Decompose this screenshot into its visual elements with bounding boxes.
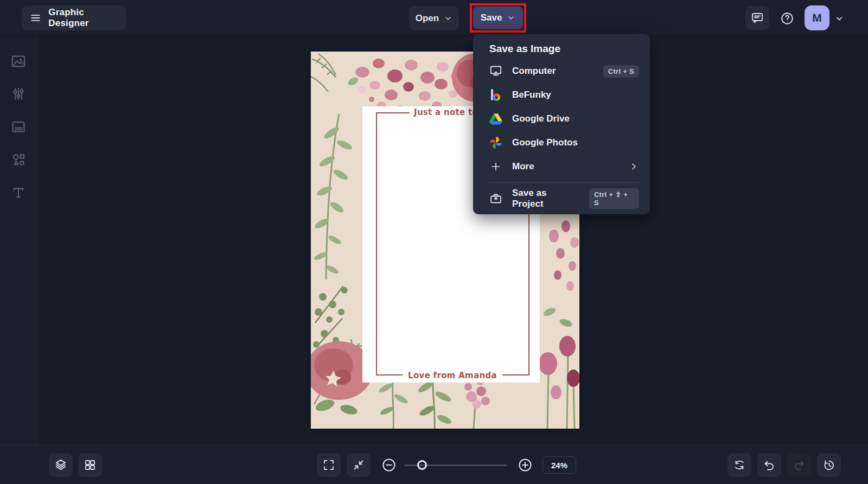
menu-item-label: Save as Project (512, 188, 579, 209)
submenu-chevron-right-icon (628, 161, 639, 172)
redo-button[interactable] (787, 453, 811, 477)
account-avatar[interactable]: M (805, 5, 829, 30)
menu-item-google-photos[interactable]: Google Photos (489, 131, 639, 155)
sidebar-item-graphics[interactable] (9, 150, 28, 169)
computer-icon (489, 65, 502, 78)
top-toolbar: Graphic Designer Open Save M (0, 0, 868, 36)
history-icon (822, 458, 835, 472)
sliders-icon (11, 86, 26, 101)
grid-icon (84, 458, 97, 472)
redo-icon (793, 458, 806, 472)
sidebar-item-text[interactable] (9, 183, 28, 202)
save-button-label: Save (481, 12, 502, 23)
layers-button[interactable] (49, 453, 73, 477)
shortcut-badge: Ctrl + ⇧ + S (589, 188, 639, 209)
menu-item-google-drive[interactable]: Google Drive (489, 107, 639, 131)
card-signature-text[interactable]: Love from Amanda (403, 371, 502, 380)
help-icon (780, 11, 794, 26)
save-menu-header: Save as Image (489, 42, 639, 56)
undo-icon (763, 458, 776, 472)
history-button[interactable] (817, 453, 841, 477)
text-icon (11, 185, 26, 200)
menu-item-label: Google Drive (512, 113, 570, 124)
menu-item-label: Computer (512, 66, 556, 77)
zoom-level-value: 24% (551, 461, 567, 470)
app-window: Just a note to say... Love from Amanda G… (0, 0, 868, 484)
menu-item-more[interactable]: More (489, 155, 639, 179)
shapes-icon (11, 152, 26, 167)
chevron-down-icon (507, 14, 515, 22)
save-dropdown-menu: Save as Image Computer Ctrl + S BeFunky (473, 34, 650, 214)
menu-item-label: BeFunky (512, 90, 551, 100)
menu-divider (489, 182, 639, 183)
menu-item-computer[interactable]: Computer Ctrl + S (489, 59, 639, 83)
open-button[interactable]: Open (409, 6, 459, 30)
sidebar-item-image-manager[interactable] (9, 52, 28, 71)
fit-to-screen-button[interactable] (347, 453, 371, 477)
google-photos-icon (489, 136, 502, 149)
sidebar-item-edit[interactable] (9, 84, 28, 104)
zoom-level-indicator[interactable]: 24% (542, 456, 576, 474)
google-drive-icon (489, 112, 502, 125)
menu-item-label: More (512, 161, 534, 172)
hamburger-menu-icon (30, 12, 41, 24)
zoom-in-button[interactable] (518, 457, 533, 473)
refresh-icon (733, 458, 746, 472)
shortcut-badge: Ctrl + S (603, 65, 639, 78)
fit-to-screen-icon (352, 458, 365, 472)
app-title: Graphic Designer (48, 7, 117, 29)
menu-item-label: Google Photos (512, 137, 578, 148)
plus-icon (489, 160, 502, 173)
zoom-out-button[interactable] (381, 457, 397, 473)
zoom-slider-handle[interactable] (417, 460, 427, 470)
layers-icon (54, 458, 68, 472)
feedback-chat-icon (751, 11, 764, 24)
chevron-down-icon (444, 14, 452, 23)
menu-item-save-as-project[interactable]: Save as Project Ctrl + ⇧ + S (489, 187, 639, 211)
layout-banner-icon (11, 119, 26, 135)
fullscreen-button[interactable] (317, 453, 341, 477)
main-menu-button[interactable]: Graphic Designer (22, 5, 126, 30)
avatar-initial: M (812, 11, 822, 24)
sidebar-item-templates[interactable] (9, 117, 28, 137)
open-button-label: Open (416, 13, 439, 24)
menu-item-befunky[interactable]: BeFunky (489, 83, 639, 107)
account-chevron-down-icon[interactable] (833, 12, 845, 24)
briefcase-icon (489, 192, 502, 205)
save-button[interactable]: Save (473, 7, 523, 29)
tools-sidebar (0, 36, 37, 484)
bottom-toolbar: 24% (0, 445, 868, 484)
undo-button[interactable] (757, 453, 781, 477)
help-button[interactable] (775, 6, 800, 30)
pages-grid-button[interactable] (78, 453, 102, 477)
befunky-icon (489, 88, 502, 101)
image-icon (11, 54, 26, 69)
reset-button[interactable] (727, 453, 751, 477)
feedback-button[interactable] (745, 6, 769, 30)
fullscreen-icon (322, 458, 335, 472)
